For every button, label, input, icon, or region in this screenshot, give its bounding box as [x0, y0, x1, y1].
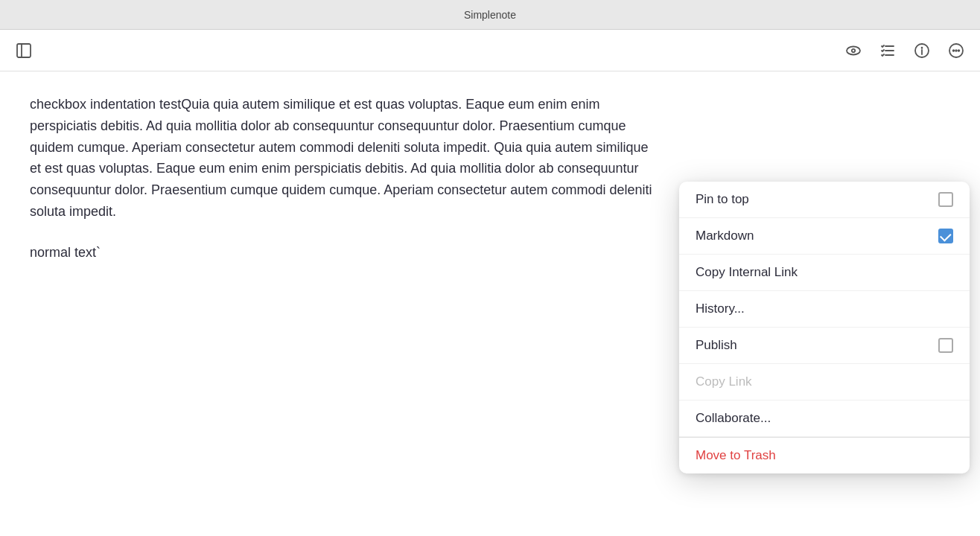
pin-to-top-label: Pin to top [696, 192, 938, 207]
menu-item-pin-to-top[interactable]: Pin to top [679, 182, 970, 218]
main-content: checkbox indentation testQuia quia autem… [0, 71, 980, 283]
svg-point-11 [953, 50, 955, 51]
markdown-checkbox[interactable] [938, 229, 953, 243]
context-menu: Pin to top Markdown Copy Internal Link H… [679, 182, 970, 473]
info-button[interactable] [911, 40, 932, 61]
svg-point-12 [955, 50, 957, 51]
title-bar: Simplenote [0, 0, 980, 30]
markdown-label: Markdown [696, 229, 938, 243]
menu-item-markdown[interactable]: Markdown [679, 218, 970, 255]
copy-link-label: Copy Link [696, 374, 953, 389]
menu-item-copy-internal-link[interactable]: Copy Internal Link [679, 255, 970, 291]
checklist-button[interactable] [877, 40, 898, 61]
sidebar-toggle-button[interactable] [13, 40, 34, 61]
publish-label: Publish [696, 338, 938, 353]
note-body: checkbox indentation testQuia quia autem… [30, 94, 663, 223]
history-label: History... [696, 302, 953, 316]
menu-item-copy-link[interactable]: Copy Link [679, 364, 970, 401]
menu-item-publish[interactable]: Publish [679, 328, 970, 364]
svg-point-2 [847, 46, 860, 54]
menu-item-move-to-trash[interactable]: Move to Trash [679, 437, 970, 473]
svg-rect-0 [17, 44, 31, 57]
menu-item-collaborate[interactable]: Collaborate... [679, 401, 970, 437]
copy-internal-link-label: Copy Internal Link [696, 265, 953, 280]
app-title: Simplenote [464, 9, 516, 21]
move-to-trash-label: Move to Trash [696, 448, 953, 463]
toolbar [0, 30, 980, 71]
publish-checkbox[interactable] [938, 338, 953, 353]
menu-item-history[interactable]: History... [679, 291, 970, 328]
pin-to-top-checkbox[interactable] [938, 192, 953, 207]
more-options-button[interactable] [946, 40, 967, 61]
svg-point-3 [852, 48, 855, 51]
preview-button[interactable] [843, 40, 864, 61]
svg-point-13 [958, 50, 960, 51]
collaborate-label: Collaborate... [696, 411, 953, 426]
